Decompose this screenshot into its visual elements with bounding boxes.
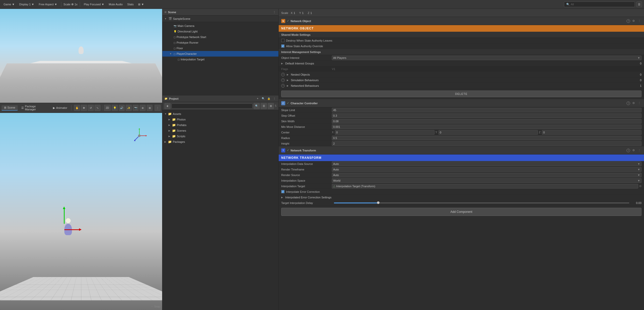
nested-info[interactable]: ? [281,73,285,76]
assets-label: Assets [173,112,181,115]
sim-info[interactable]: ? [281,78,285,82]
aspect-selector[interactable]: Free Aspect ▼ [37,2,59,6]
project-folder-prefabs[interactable]: ▶ 📁 Prefabs [162,122,278,128]
object-interest-dropdown[interactable]: All Players ▼ [332,56,641,60]
view-3d-toggle[interactable]: 2D [104,105,111,111]
allow-checkbox[interactable] [281,44,285,48]
network-obj-menu[interactable]: ⋮ [637,19,641,23]
audio-toggle[interactable]: 🔊 [119,105,125,111]
nested-objects-row[interactable]: ? ▶ Nested Objects 0 [279,72,644,77]
project-folder-scripts[interactable]: ▶ 📁 Scripts [162,133,278,139]
light-icon: 💡 [174,30,177,33]
center-z-input[interactable] [542,130,641,135]
default-interest-row[interactable]: ▶ Default Interest Groups 0 [279,61,644,66]
interp-error-settings-row[interactable]: ▶ Interpolated Error Correction Settings [279,195,644,200]
render-tf-dropdown[interactable]: Auto ▼ [332,167,641,172]
project-search-input[interactable] [172,104,253,109]
proj-search-btn[interactable]: 🔍 [254,103,260,109]
tool-hand[interactable]: ✋ [74,105,80,111]
min-move-input[interactable] [332,125,641,129]
tab-scene[interactable]: ⊞ Scene [2,105,18,111]
interp-data-dropdown[interactable]: Auto ▼ [332,162,641,166]
tool-move[interactable]: ✥ [81,105,87,111]
net-transform-info[interactable]: ? [627,149,630,152]
gizmos-toggle[interactable]: ⊛ [140,105,146,111]
net-info[interactable]: ? [281,84,285,88]
hierarchy-item-proto-runner[interactable]: ◻ Prototype Runner [162,40,278,45]
effects-toggle[interactable]: ✨ [126,105,132,111]
scene-gizmo[interactable] [132,128,147,143]
hierarchy-item-main-camera[interactable]: 📷 Main Camera [162,23,278,29]
destroy-checkbox[interactable] [281,39,285,42]
interp-error-checkbox[interactable] [281,190,285,193]
hierarchy-item-network-start[interactable]: ◻ Prototype Network Start [162,34,278,40]
more-options[interactable]: ⋮ [155,105,161,111]
layers-btn[interactable]: ☰ [636,2,642,7]
net-arrow: ▶ [287,84,290,87]
search-box-top[interactable]: 🔍 All [564,2,635,7]
grid-toggle[interactable]: ⊞ [147,105,153,111]
hierarchy-item-floor[interactable]: ◻ Floor [162,45,278,51]
project-folder-packages[interactable]: ▶ 📁 Packages [162,139,278,145]
scene-root-item[interactable]: ▼ 🎬 SampleScene [162,15,278,22]
char-ctrl-info[interactable]: ? [627,101,630,105]
tool-rotate[interactable]: ↺ [88,105,94,111]
center-x-input[interactable] [335,130,434,135]
light-toggle[interactable]: 💡 [112,105,118,111]
project-folder-scenes[interactable]: ▶ 📁 Scenes [162,128,278,133]
network-obj-settings[interactable]: ⚙ [632,19,636,23]
hierarchy-item-dir-light[interactable]: 💡 Directional Light [162,29,278,34]
project-add-small[interactable]: + [164,103,171,109]
scale-xyz: X 1 Y 1 Z 1 [291,11,312,14]
hierarchy-item-player-character[interactable]: ▼ ◻ PlayerCharacter [162,51,278,57]
mute-audio-btn[interactable]: Mute Audio [107,2,124,6]
step-input[interactable] [332,113,641,118]
net-transform-settings[interactable]: ⚙ [632,149,636,152]
network-obj-info[interactable]: ? [627,19,630,23]
radius-input[interactable] [332,136,641,140]
add-component-btn[interactable]: Add Component [281,208,641,216]
target-interp-slider[interactable] [334,202,629,203]
project-lock-btn[interactable]: 🔒 [267,97,271,101]
interp-label: Interpolation Target [181,58,204,61]
camera-toggle[interactable]: 📷 [133,105,139,111]
slider-thumb[interactable] [377,201,380,204]
interp-target-ref[interactable]: △ Interpolation Target (Transform) [332,184,638,188]
hierarchy-more-btn[interactable]: ⋮ [272,10,276,14]
skin-input[interactable] [332,119,641,124]
player-icon: ◻ [174,53,176,55]
project-folder-photon[interactable]: ▶ 📁 Photon [162,117,278,122]
height-input[interactable] [332,141,641,146]
render-src-dropdown[interactable]: Auto ▼ [332,173,641,177]
proj-filter-btn[interactable]: ☰ [261,103,267,109]
transform-handle-y[interactable] [64,209,65,224]
proj-layout-btn[interactable]: ⊞ [268,103,274,109]
hierarchy-item-interp-target[interactable]: ◻ Interpolation Target [162,57,278,62]
delete-btn[interactable]: DELETE [281,91,641,97]
gizmos-btn[interactable]: ⊞ ▼ [137,2,145,7]
tab-package-manager[interactable]: ☰ Package Manager [19,104,49,112]
project-add-btn[interactable]: + [256,97,260,101]
project-folder-assets[interactable]: ▼ 📁 Assets [162,111,278,117]
networked-row[interactable]: ? ▶ Networked Behaviours 1 [279,83,644,89]
char-ctrl-menu[interactable]: ⋮ [637,101,641,105]
interp-space-dropdown[interactable]: World ▼ [332,178,641,183]
project-search-toggle[interactable]: 🔍 [261,97,265,101]
net-val: 1 [640,84,641,87]
display-selector[interactable]: Display 1 ▼ [18,2,36,6]
play-focused-btn[interactable]: Play Focused ▼ [82,2,106,6]
tab-animator[interactable]: ▶ Animator [50,106,70,110]
tool-scale[interactable]: ⤡ [94,105,101,111]
nested-arrow: ▶ [287,73,290,76]
center-y-input[interactable] [439,130,538,135]
interp-target-dot[interactable]: ⊙ [639,184,641,188]
project-more-btn[interactable]: ⋮ [272,97,276,101]
simulation-row[interactable]: ? ▶ Simulation Behaviours 0 [279,77,644,83]
transform-handle-x[interactable] [64,229,80,230]
game-tab[interactable]: Game ▼ [2,2,16,6]
char-ctrl-settings[interactable]: ⚙ [632,101,636,105]
slope-input[interactable] [332,108,641,112]
transform-x-tip [79,228,82,231]
stats-btn[interactable]: Stats [126,2,135,6]
net-transform-menu[interactable]: ⋮ [637,149,641,152]
